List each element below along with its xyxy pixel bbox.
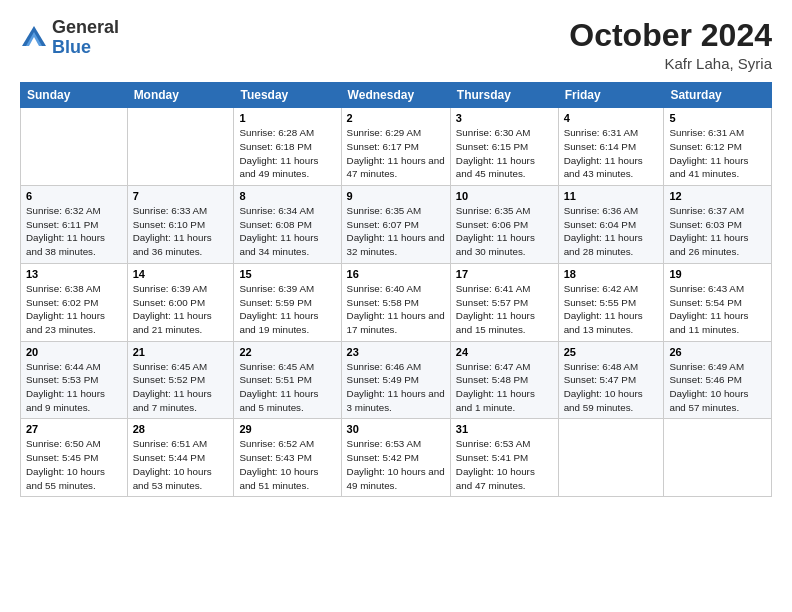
day-cell: 21Sunrise: 6:45 AM Sunset: 5:52 PM Dayli… [127, 341, 234, 419]
day-cell: 28Sunrise: 6:51 AM Sunset: 5:44 PM Dayli… [127, 419, 234, 497]
col-header-wednesday: Wednesday [341, 83, 450, 108]
day-cell: 25Sunrise: 6:48 AM Sunset: 5:47 PM Dayli… [558, 341, 664, 419]
day-info: Sunrise: 6:35 AM Sunset: 6:07 PM Dayligh… [347, 204, 445, 259]
day-cell: 9Sunrise: 6:35 AM Sunset: 6:07 PM Daylig… [341, 186, 450, 264]
week-row-2: 6Sunrise: 6:32 AM Sunset: 6:11 PM Daylig… [21, 186, 772, 264]
day-number: 10 [456, 190, 553, 202]
day-info: Sunrise: 6:53 AM Sunset: 5:41 PM Dayligh… [456, 437, 553, 492]
day-info: Sunrise: 6:47 AM Sunset: 5:48 PM Dayligh… [456, 360, 553, 415]
day-info: Sunrise: 6:29 AM Sunset: 6:17 PM Dayligh… [347, 126, 445, 181]
calendar-table: SundayMondayTuesdayWednesdayThursdayFrid… [20, 82, 772, 497]
month-title: October 2024 [569, 18, 772, 53]
logo: General Blue [20, 18, 119, 58]
day-cell [127, 108, 234, 186]
day-cell [664, 419, 772, 497]
day-number: 26 [669, 346, 766, 358]
logo-general-text: General [52, 18, 119, 38]
day-cell: 24Sunrise: 6:47 AM Sunset: 5:48 PM Dayli… [450, 341, 558, 419]
day-number: 2 [347, 112, 445, 124]
day-cell: 29Sunrise: 6:52 AM Sunset: 5:43 PM Dayli… [234, 419, 341, 497]
day-info: Sunrise: 6:39 AM Sunset: 6:00 PM Dayligh… [133, 282, 229, 337]
day-number: 12 [669, 190, 766, 202]
day-cell: 12Sunrise: 6:37 AM Sunset: 6:03 PM Dayli… [664, 186, 772, 264]
day-number: 21 [133, 346, 229, 358]
day-cell: 8Sunrise: 6:34 AM Sunset: 6:08 PM Daylig… [234, 186, 341, 264]
day-info: Sunrise: 6:28 AM Sunset: 6:18 PM Dayligh… [239, 126, 335, 181]
header: General Blue October 2024 Kafr Laha, Syr… [20, 18, 772, 72]
day-cell: 16Sunrise: 6:40 AM Sunset: 5:58 PM Dayli… [341, 263, 450, 341]
day-cell: 30Sunrise: 6:53 AM Sunset: 5:42 PM Dayli… [341, 419, 450, 497]
day-cell: 15Sunrise: 6:39 AM Sunset: 5:59 PM Dayli… [234, 263, 341, 341]
day-info: Sunrise: 6:30 AM Sunset: 6:15 PM Dayligh… [456, 126, 553, 181]
day-number: 18 [564, 268, 659, 280]
day-info: Sunrise: 6:45 AM Sunset: 5:52 PM Dayligh… [133, 360, 229, 415]
day-number: 13 [26, 268, 122, 280]
day-number: 30 [347, 423, 445, 435]
day-number: 17 [456, 268, 553, 280]
day-cell [558, 419, 664, 497]
day-cell: 14Sunrise: 6:39 AM Sunset: 6:00 PM Dayli… [127, 263, 234, 341]
day-number: 19 [669, 268, 766, 280]
week-row-1: 1Sunrise: 6:28 AM Sunset: 6:18 PM Daylig… [21, 108, 772, 186]
day-cell: 1Sunrise: 6:28 AM Sunset: 6:18 PM Daylig… [234, 108, 341, 186]
page: General Blue October 2024 Kafr Laha, Syr… [0, 0, 792, 612]
col-header-thursday: Thursday [450, 83, 558, 108]
day-number: 7 [133, 190, 229, 202]
day-info: Sunrise: 6:43 AM Sunset: 5:54 PM Dayligh… [669, 282, 766, 337]
day-info: Sunrise: 6:40 AM Sunset: 5:58 PM Dayligh… [347, 282, 445, 337]
day-cell: 20Sunrise: 6:44 AM Sunset: 5:53 PM Dayli… [21, 341, 128, 419]
day-number: 14 [133, 268, 229, 280]
col-header-sunday: Sunday [21, 83, 128, 108]
day-number: 28 [133, 423, 229, 435]
day-info: Sunrise: 6:34 AM Sunset: 6:08 PM Dayligh… [239, 204, 335, 259]
week-row-5: 27Sunrise: 6:50 AM Sunset: 5:45 PM Dayli… [21, 419, 772, 497]
day-number: 24 [456, 346, 553, 358]
day-number: 6 [26, 190, 122, 202]
day-info: Sunrise: 6:49 AM Sunset: 5:46 PM Dayligh… [669, 360, 766, 415]
title-block: October 2024 Kafr Laha, Syria [569, 18, 772, 72]
day-number: 16 [347, 268, 445, 280]
day-info: Sunrise: 6:53 AM Sunset: 5:42 PM Dayligh… [347, 437, 445, 492]
day-info: Sunrise: 6:46 AM Sunset: 5:49 PM Dayligh… [347, 360, 445, 415]
day-info: Sunrise: 6:44 AM Sunset: 5:53 PM Dayligh… [26, 360, 122, 415]
day-cell: 7Sunrise: 6:33 AM Sunset: 6:10 PM Daylig… [127, 186, 234, 264]
day-info: Sunrise: 6:37 AM Sunset: 6:03 PM Dayligh… [669, 204, 766, 259]
col-header-monday: Monday [127, 83, 234, 108]
day-info: Sunrise: 6:39 AM Sunset: 5:59 PM Dayligh… [239, 282, 335, 337]
col-header-friday: Friday [558, 83, 664, 108]
day-number: 3 [456, 112, 553, 124]
day-cell: 22Sunrise: 6:45 AM Sunset: 5:51 PM Dayli… [234, 341, 341, 419]
day-number: 31 [456, 423, 553, 435]
col-header-saturday: Saturday [664, 83, 772, 108]
day-number: 29 [239, 423, 335, 435]
logo-icon [20, 24, 48, 52]
day-info: Sunrise: 6:31 AM Sunset: 6:12 PM Dayligh… [669, 126, 766, 181]
logo-blue-text: Blue [52, 38, 119, 58]
day-cell: 2Sunrise: 6:29 AM Sunset: 6:17 PM Daylig… [341, 108, 450, 186]
day-number: 22 [239, 346, 335, 358]
day-number: 8 [239, 190, 335, 202]
day-cell: 27Sunrise: 6:50 AM Sunset: 5:45 PM Dayli… [21, 419, 128, 497]
day-number: 15 [239, 268, 335, 280]
calendar-header-row: SundayMondayTuesdayWednesdayThursdayFrid… [21, 83, 772, 108]
day-info: Sunrise: 6:32 AM Sunset: 6:11 PM Dayligh… [26, 204, 122, 259]
day-info: Sunrise: 6:42 AM Sunset: 5:55 PM Dayligh… [564, 282, 659, 337]
day-cell: 17Sunrise: 6:41 AM Sunset: 5:57 PM Dayli… [450, 263, 558, 341]
day-info: Sunrise: 6:33 AM Sunset: 6:10 PM Dayligh… [133, 204, 229, 259]
day-info: Sunrise: 6:50 AM Sunset: 5:45 PM Dayligh… [26, 437, 122, 492]
week-row-4: 20Sunrise: 6:44 AM Sunset: 5:53 PM Dayli… [21, 341, 772, 419]
day-number: 20 [26, 346, 122, 358]
logo-text: General Blue [52, 18, 119, 58]
day-info: Sunrise: 6:31 AM Sunset: 6:14 PM Dayligh… [564, 126, 659, 181]
day-info: Sunrise: 6:35 AM Sunset: 6:06 PM Dayligh… [456, 204, 553, 259]
day-number: 25 [564, 346, 659, 358]
day-info: Sunrise: 6:41 AM Sunset: 5:57 PM Dayligh… [456, 282, 553, 337]
day-info: Sunrise: 6:48 AM Sunset: 5:47 PM Dayligh… [564, 360, 659, 415]
day-cell: 6Sunrise: 6:32 AM Sunset: 6:11 PM Daylig… [21, 186, 128, 264]
day-info: Sunrise: 6:51 AM Sunset: 5:44 PM Dayligh… [133, 437, 229, 492]
day-cell: 26Sunrise: 6:49 AM Sunset: 5:46 PM Dayli… [664, 341, 772, 419]
day-cell: 3Sunrise: 6:30 AM Sunset: 6:15 PM Daylig… [450, 108, 558, 186]
day-number: 4 [564, 112, 659, 124]
day-cell: 18Sunrise: 6:42 AM Sunset: 5:55 PM Dayli… [558, 263, 664, 341]
day-number: 1 [239, 112, 335, 124]
